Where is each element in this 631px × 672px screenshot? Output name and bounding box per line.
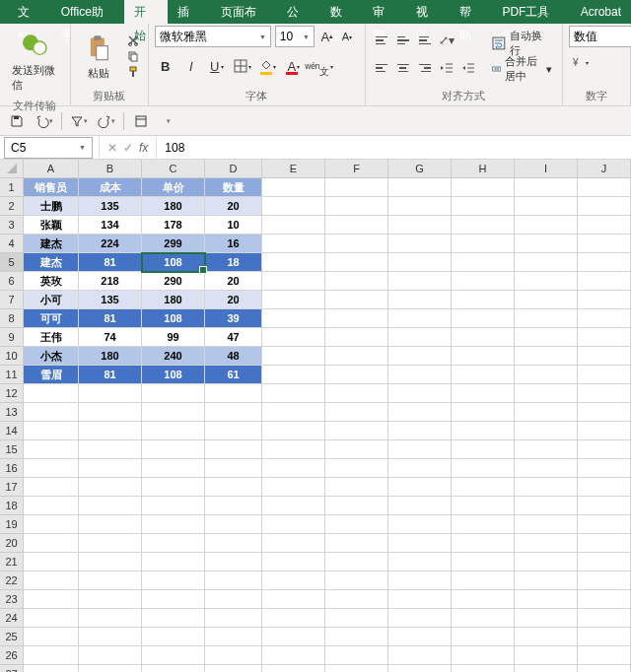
cell-B16[interactable] xyxy=(79,459,142,478)
cell-B2[interactable]: 135 xyxy=(79,197,142,216)
cell-J12[interactable] xyxy=(578,384,631,403)
cell-A16[interactable] xyxy=(24,459,79,478)
cell-B26[interactable] xyxy=(79,646,142,665)
cell-H8[interactable] xyxy=(452,309,515,328)
cell-B1[interactable]: 成本 xyxy=(79,178,142,197)
cell-J11[interactable] xyxy=(578,366,631,384)
cell-B17[interactable] xyxy=(79,478,142,497)
align-middle-button[interactable] xyxy=(393,31,413,50)
cell-G16[interactable] xyxy=(388,459,452,478)
menu-文件[interactable]: 文件 xyxy=(8,0,51,24)
cell-C13[interactable] xyxy=(142,403,205,422)
cell-G10[interactable] xyxy=(388,347,452,366)
cell-F27[interactable] xyxy=(325,665,388,672)
menu-Acrobat[interactable]: Acrobat xyxy=(571,0,631,24)
row-header-16[interactable]: 16 xyxy=(0,459,24,478)
cell-I25[interactable] xyxy=(515,628,578,646)
cell-C27[interactable] xyxy=(142,665,205,672)
cell-D22[interactable] xyxy=(205,571,262,590)
cell-C12[interactable] xyxy=(142,384,205,403)
cell-H21[interactable] xyxy=(452,553,515,571)
row-header-3[interactable]: 3 xyxy=(0,216,24,235)
underline-button[interactable]: U▾ xyxy=(206,55,228,77)
row-header-21[interactable]: 21 xyxy=(0,553,24,571)
cell-H25[interactable] xyxy=(452,628,515,646)
cell-D18[interactable] xyxy=(205,497,262,515)
cell-J13[interactable] xyxy=(578,403,631,422)
cell-I10[interactable] xyxy=(515,347,578,366)
font-color-button[interactable]: A▾ xyxy=(283,55,305,77)
cell-C17[interactable] xyxy=(142,478,205,497)
cell-H15[interactable] xyxy=(452,440,515,459)
cell-J8[interactable] xyxy=(578,309,631,328)
row-header-19[interactable]: 19 xyxy=(0,515,24,534)
align-top-button[interactable] xyxy=(372,31,391,50)
italic-button[interactable]: I xyxy=(180,55,202,77)
cell-B8[interactable]: 81 xyxy=(79,309,142,328)
cell-I14[interactable] xyxy=(515,422,578,440)
cell-I23[interactable] xyxy=(515,590,578,609)
cell-J22[interactable] xyxy=(578,571,631,590)
cell-A17[interactable] xyxy=(24,478,79,497)
cell-C20[interactable] xyxy=(142,534,205,553)
row-header-1[interactable]: 1 xyxy=(0,178,24,197)
cell-C15[interactable] xyxy=(142,440,205,459)
cell-E10[interactable] xyxy=(262,347,325,366)
cell-G26[interactable] xyxy=(388,646,452,665)
cell-H1[interactable] xyxy=(452,178,515,197)
cell-D2[interactable]: 20 xyxy=(205,197,262,216)
cell-C3[interactable]: 178 xyxy=(142,216,205,235)
cell-D21[interactable] xyxy=(205,553,262,571)
format-painter-button[interactable] xyxy=(124,65,142,79)
cell-E3[interactable] xyxy=(262,216,325,235)
cell-A2[interactable]: 士鹏 xyxy=(24,197,79,216)
cell-G27[interactable] xyxy=(388,665,452,672)
cell-I1[interactable] xyxy=(515,178,578,197)
cell-C14[interactable] xyxy=(142,422,205,440)
cell-B24[interactable] xyxy=(79,609,142,628)
filter-button[interactable]: ▾ xyxy=(68,110,90,132)
cell-C11[interactable]: 108 xyxy=(142,366,205,384)
cell-B19[interactable] xyxy=(79,515,142,534)
menu-审阅[interactable]: 审阅 xyxy=(363,0,406,24)
cell-I2[interactable] xyxy=(515,197,578,216)
cell-J21[interactable] xyxy=(578,553,631,571)
row-header-25[interactable]: 25 xyxy=(0,628,24,646)
cell-F19[interactable] xyxy=(325,515,388,534)
cell-A8[interactable]: 可可 xyxy=(24,309,79,328)
cell-I17[interactable] xyxy=(515,478,578,497)
cell-J5[interactable] xyxy=(578,253,631,272)
cell-F11[interactable] xyxy=(325,366,388,384)
cell-G14[interactable] xyxy=(388,422,452,440)
cell-C22[interactable] xyxy=(142,571,205,590)
cell-D24[interactable] xyxy=(205,609,262,628)
cell-D19[interactable] xyxy=(205,515,262,534)
cut-button[interactable] xyxy=(124,34,142,47)
cancel-formula-button[interactable]: ✕ xyxy=(107,141,117,155)
row-header-8[interactable]: 8 xyxy=(0,309,24,328)
cell-J18[interactable] xyxy=(578,497,631,515)
cell-E12[interactable] xyxy=(262,384,325,403)
cell-A5[interactable]: 建杰 xyxy=(24,253,79,272)
row-header-5[interactable]: 5 xyxy=(0,253,24,272)
cell-D8[interactable]: 39 xyxy=(205,309,262,328)
cell-F9[interactable] xyxy=(325,328,388,347)
cell-G25[interactable] xyxy=(388,628,452,646)
cell-D23[interactable] xyxy=(205,590,262,609)
formula-bar[interactable]: 108 xyxy=(157,141,631,155)
phonetic-button[interactable]: wén文▾ xyxy=(309,55,330,77)
cell-J16[interactable] xyxy=(578,459,631,478)
cell-I21[interactable] xyxy=(515,553,578,571)
menu-开始[interactable]: 开始 xyxy=(124,0,168,24)
cell-C4[interactable]: 299 xyxy=(142,235,205,253)
cell-F3[interactable] xyxy=(325,216,388,235)
cell-J4[interactable] xyxy=(578,235,631,253)
cell-E22[interactable] xyxy=(262,571,325,590)
enter-formula-button[interactable]: ✓ xyxy=(123,141,133,155)
cell-A25[interactable] xyxy=(24,628,79,646)
row-header-24[interactable]: 24 xyxy=(0,609,24,628)
cell-B15[interactable] xyxy=(79,440,142,459)
undo-button[interactable]: ▾ xyxy=(34,110,55,132)
cell-J24[interactable] xyxy=(578,609,631,628)
cell-E4[interactable] xyxy=(262,235,325,253)
